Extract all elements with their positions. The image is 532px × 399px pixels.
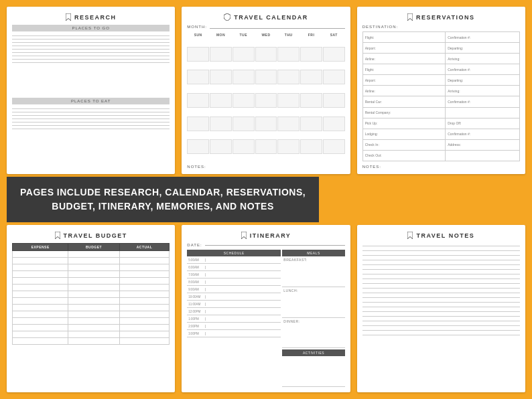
field-label: Address: xyxy=(446,139,520,150)
destination-label: DESTINATION: xyxy=(362,25,520,29)
line xyxy=(362,307,520,307)
cal-cell xyxy=(323,47,345,62)
line xyxy=(362,264,520,265)
time-row: 8:00AM xyxy=(187,278,281,286)
line xyxy=(362,274,520,274)
bookmark-icon xyxy=(241,232,247,239)
month-underline xyxy=(210,28,345,29)
table-row xyxy=(13,325,170,331)
line xyxy=(12,46,170,46)
field-label xyxy=(446,107,520,118)
cal-cell xyxy=(187,116,209,131)
calendar-notes-label: Notes: xyxy=(187,165,344,169)
dinner-section: DINNER: xyxy=(282,318,344,349)
field-label xyxy=(446,150,520,161)
table-row xyxy=(13,291,170,298)
line xyxy=(362,335,520,335)
line xyxy=(362,302,520,303)
meals-header: MEALS xyxy=(282,250,344,256)
line xyxy=(12,108,170,109)
notes-lines xyxy=(362,243,520,387)
line xyxy=(362,316,520,317)
line xyxy=(362,278,520,279)
line xyxy=(12,49,170,50)
line xyxy=(12,59,170,60)
month-row: MONTH: xyxy=(187,25,344,31)
travel-notes-content xyxy=(362,243,520,387)
travel-budget-card: TRAVEL BUDGET EXPENSE BUDGET ACTUAL xyxy=(7,225,175,392)
cal-cell xyxy=(232,139,255,154)
schedule-col: SCHEDULE 5:00AM 6:00AM 7:00AM 8:00AM 9:0… xyxy=(187,250,281,387)
field-label: Confirmation #: xyxy=(446,32,520,43)
line xyxy=(12,129,170,129)
actual-col-header: ACTUAL xyxy=(119,244,170,251)
cal-cell xyxy=(232,93,255,108)
line xyxy=(12,52,170,53)
cal-cell xyxy=(255,47,277,62)
cal-cell xyxy=(232,47,255,62)
cal-cell xyxy=(277,93,300,108)
field-label: Departing: xyxy=(446,75,520,86)
line xyxy=(12,112,170,112)
line xyxy=(362,250,520,251)
cal-cell xyxy=(300,47,322,62)
table-row: Check In: Address: xyxy=(362,139,519,150)
reservations-card: RESERVATIONS DESTINATION: Flight: Confir… xyxy=(357,7,525,174)
line xyxy=(12,125,170,126)
table-row: Airport: Departing: xyxy=(362,43,519,54)
table-row xyxy=(13,264,170,271)
travel-calendar-title: TRAVEL CALENDAR xyxy=(187,13,344,21)
table-row: Lodging: Confirmation #: xyxy=(362,129,519,139)
field-label: Rental Company: xyxy=(362,107,446,118)
cal-cell xyxy=(187,139,209,154)
breakfast-section: BREAKFAST: xyxy=(282,256,344,287)
svg-marker-0 xyxy=(66,13,71,21)
table-row: Flight: Confirmation #: xyxy=(362,64,519,75)
travel-calendar-card: TRAVEL CALENDAR MONTH: SUN MON TUE WED T… xyxy=(182,7,350,174)
cal-cell xyxy=(255,93,277,108)
line xyxy=(12,62,170,63)
time-row: 7:00AM xyxy=(187,271,281,278)
itinerary-grid: SCHEDULE 5:00AM 6:00AM 7:00AM 8:00AM 9:0… xyxy=(187,250,344,387)
reservations-content: DESTINATION: Flight: Confirmation #: Air… xyxy=(362,25,520,169)
line xyxy=(12,122,170,123)
table-row xyxy=(13,278,170,285)
cal-day-thu: THU xyxy=(277,31,300,46)
line xyxy=(362,330,520,331)
table-row: Rental Car: Confirmation #: xyxy=(362,96,519,107)
cal-cell xyxy=(210,47,232,62)
time-row: 5:00AM xyxy=(187,256,281,264)
field-label: Confirmation #: xyxy=(446,96,520,107)
travel-budget-title: TRAVEL BUDGET xyxy=(12,232,170,239)
line xyxy=(362,283,520,284)
cal-cell xyxy=(300,139,322,154)
table-row xyxy=(13,298,170,305)
table-row: Airport: Departing: xyxy=(362,75,519,86)
cal-cell xyxy=(210,139,232,154)
cal-cell xyxy=(232,116,255,131)
top-section: RESEARCH PLACES TO GO PLACES TO EAT xyxy=(7,7,525,174)
field-label: Airport: xyxy=(362,75,446,86)
cal-day-tue: TUE xyxy=(232,31,255,46)
field-label: Flight: xyxy=(362,64,446,75)
line xyxy=(12,56,170,56)
table-row xyxy=(13,318,170,325)
lunch-label: LUNCH: xyxy=(283,289,343,293)
places-to-eat-lines xyxy=(12,106,170,169)
expense-col-header: EXPENSE xyxy=(13,244,68,251)
line xyxy=(362,246,520,246)
table-row xyxy=(13,331,170,338)
shield-icon xyxy=(224,13,230,21)
line xyxy=(12,115,170,116)
field-label: Departing: xyxy=(446,43,520,54)
itinerary-title: ITINERARY xyxy=(187,232,344,239)
places-to-go-lines xyxy=(12,33,170,96)
table-row xyxy=(13,285,170,291)
cal-cell xyxy=(255,139,277,154)
activities-header: ACTIVITIES xyxy=(282,349,344,356)
time-row: 12:00PM xyxy=(187,308,281,315)
table-row: Airline: Arriving: xyxy=(362,86,519,96)
research-title: RESEARCH xyxy=(12,13,170,21)
activities-section xyxy=(282,356,344,387)
field-label: Arriving: xyxy=(446,86,520,96)
